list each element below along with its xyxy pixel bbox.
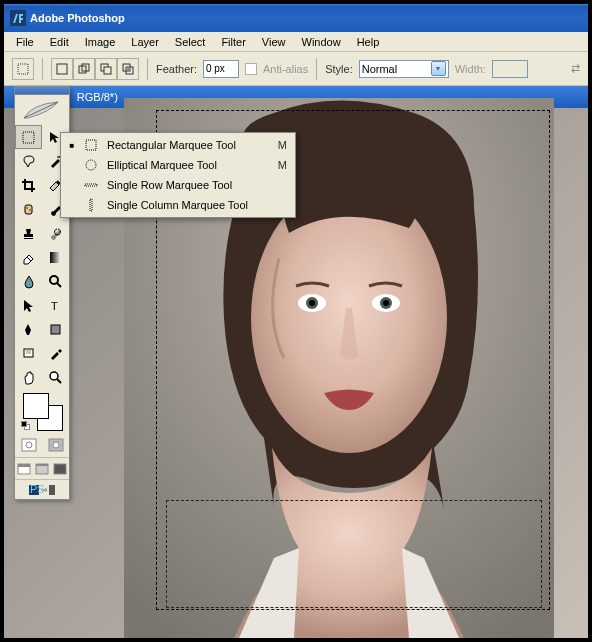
svg-rect-40: [36, 464, 48, 466]
notes-tool[interactable]: [15, 341, 42, 365]
svg-rect-9: [126, 67, 130, 71]
svg-rect-23: [50, 252, 61, 263]
subtract-selection-button[interactable]: [95, 58, 117, 80]
selection-mode-group: [51, 58, 139, 80]
type-tool[interactable]: T: [42, 293, 69, 317]
gradient-tool[interactable]: [42, 245, 69, 269]
antialias-checkbox: [245, 63, 257, 75]
menu-select[interactable]: Select: [167, 34, 214, 50]
svg-point-22: [29, 209, 30, 210]
svg-line-18: [24, 102, 58, 118]
svg-line-32: [57, 379, 61, 383]
menu-filter[interactable]: Filter: [213, 34, 253, 50]
screen-standard-button[interactable]: [15, 458, 33, 479]
svg-rect-47: [85, 184, 97, 186]
stamp-tool[interactable]: [15, 221, 42, 245]
color-swatches[interactable]: [15, 389, 69, 433]
rectangular-marquee-icon: [83, 137, 99, 153]
svg-rect-38: [18, 464, 30, 467]
single-row-marquee-icon: [83, 177, 99, 193]
flyout-rectangular-marquee[interactable]: ■ Rectangular Marquee Tool M: [61, 135, 295, 155]
single-column-marquee-icon: [83, 197, 99, 213]
shape-tool[interactable]: [42, 317, 69, 341]
svg-rect-27: [51, 325, 60, 334]
svg-rect-41: [54, 464, 66, 474]
flyout-elliptical-marquee[interactable]: Elliptical Marquee Tool M: [61, 155, 295, 175]
dodge-tool[interactable]: [42, 269, 69, 293]
screen-fullmenu-button[interactable]: [33, 458, 51, 479]
jump-to-imageready-button[interactable]: PS: [15, 479, 69, 499]
app-window: Adobe Photoshop File Edit Image Layer Se…: [4, 4, 588, 638]
svg-rect-20: [25, 205, 32, 214]
menu-image[interactable]: Image: [77, 34, 124, 50]
svg-rect-48: [90, 199, 92, 211]
feather-label: Feather:: [156, 63, 197, 75]
toolbox-grip[interactable]: [15, 87, 69, 95]
history-brush-tool[interactable]: [42, 221, 69, 245]
document-title-partial: RGB/8*): [77, 91, 118, 103]
svg-point-24: [50, 276, 58, 284]
marquee-selection-inner[interactable]: [166, 500, 542, 608]
marquee-tool[interactable]: [15, 125, 42, 149]
svg-rect-6: [104, 67, 111, 74]
antialias-label: Anti-alias: [263, 63, 308, 75]
intersect-selection-button[interactable]: [117, 58, 139, 80]
svg-rect-0: [10, 10, 26, 26]
menu-layer[interactable]: Layer: [123, 34, 167, 50]
menu-help[interactable]: Help: [349, 34, 388, 50]
options-bar: Feather: Anti-alias Style: Normal ▾ Widt…: [4, 52, 588, 86]
svg-point-31: [50, 372, 58, 380]
menu-window[interactable]: Window: [294, 34, 349, 50]
eyedropper-tool[interactable]: [42, 341, 69, 365]
chevron-down-icon: ▾: [431, 61, 446, 76]
svg-rect-19: [23, 132, 34, 143]
svg-rect-44: [49, 485, 55, 495]
width-input: [492, 60, 528, 78]
healing-tool[interactable]: [15, 197, 42, 221]
app-title: Adobe Photoshop: [30, 12, 125, 24]
feather-icon: [15, 95, 69, 125]
new-selection-button[interactable]: [51, 58, 73, 80]
screen-full-button[interactable]: [51, 458, 69, 479]
svg-text:PS: PS: [30, 483, 45, 495]
svg-rect-2: [57, 64, 67, 74]
add-selection-button[interactable]: [73, 58, 95, 80]
quickmask-mode-button[interactable]: [42, 433, 69, 457]
flyout-single-row-marquee[interactable]: Single Row Marquee Tool: [61, 175, 295, 195]
pen-tool[interactable]: [15, 317, 42, 341]
crop-tool[interactable]: [15, 173, 42, 197]
app-icon: [10, 10, 26, 26]
bullet-icon: ■: [69, 141, 75, 150]
style-label: Style:: [325, 63, 353, 75]
menubar: File Edit Image Layer Select Filter View…: [4, 32, 588, 52]
svg-rect-1: [18, 64, 28, 74]
foreground-color[interactable]: [23, 393, 49, 419]
elliptical-marquee-icon: [83, 157, 99, 173]
style-value: Normal: [362, 63, 397, 75]
flyout-single-column-marquee[interactable]: Single Column Marquee Tool: [61, 195, 295, 215]
menu-view[interactable]: View: [254, 34, 294, 50]
svg-text:T: T: [51, 300, 58, 312]
eraser-tool[interactable]: [15, 245, 42, 269]
zoom-tool[interactable]: [42, 365, 69, 389]
svg-point-21: [26, 207, 27, 208]
style-select[interactable]: Normal ▾: [359, 60, 449, 78]
lasso-tool[interactable]: [15, 149, 42, 173]
svg-line-25: [57, 283, 61, 287]
blur-tool[interactable]: [15, 269, 42, 293]
swap-icon[interactable]: ⇄: [571, 62, 580, 75]
path-select-tool[interactable]: [15, 293, 42, 317]
marquee-flyout-menu: ■ Rectangular Marquee Tool M Elliptical …: [60, 132, 296, 218]
hand-tool[interactable]: [15, 365, 42, 389]
svg-point-36: [53, 442, 59, 448]
titlebar: Adobe Photoshop: [4, 4, 588, 32]
default-colors-icon[interactable]: [21, 421, 31, 431]
svg-rect-45: [86, 140, 96, 150]
tool-preset[interactable]: [12, 58, 34, 80]
standard-mode-button[interactable]: [15, 433, 42, 457]
feather-input[interactable]: [203, 60, 239, 78]
menu-file[interactable]: File: [8, 34, 42, 50]
width-label: Width:: [455, 63, 486, 75]
svg-point-46: [86, 160, 96, 170]
menu-edit[interactable]: Edit: [42, 34, 77, 50]
